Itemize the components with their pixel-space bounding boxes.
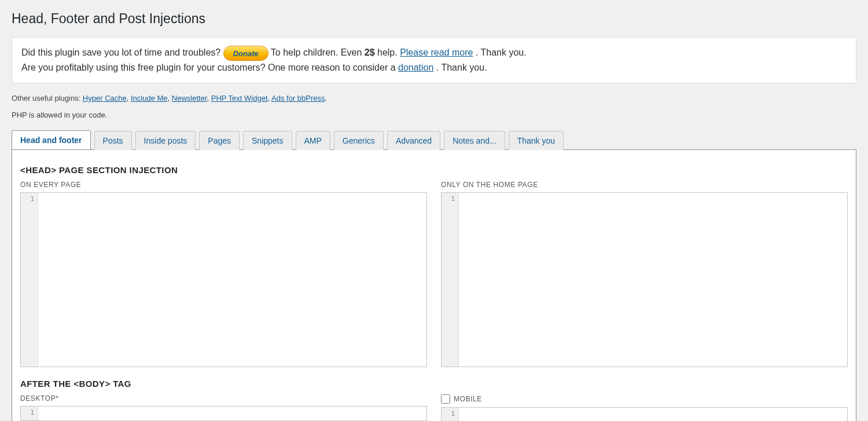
donate-notice: Did this plugin save you lot of time and… xyxy=(12,37,856,83)
tab-panel-head-footer: <HEAD> PAGE SECTION INJECTION ON EVERY P… xyxy=(12,150,856,421)
head-home-page-label: ONLY ON THE HOME PAGE xyxy=(441,181,848,189)
editor-gutter: 1 xyxy=(21,193,38,367)
tab-inside-posts[interactable]: Inside posts xyxy=(135,131,196,150)
notice-q2a: Are you profitably using this free plugi… xyxy=(21,63,398,72)
body-desktop-editor[interactable]: 1 xyxy=(20,406,427,421)
body-desktop-code[interactable] xyxy=(38,407,426,420)
donation-link[interactable]: donation xyxy=(398,63,433,72)
plugin-link[interactable]: Include Me xyxy=(131,94,168,102)
body-mobile-checkbox[interactable] xyxy=(441,394,450,404)
body-mobile-label: MOBILE xyxy=(454,395,482,403)
read-more-link[interactable]: Please read more xyxy=(400,47,473,57)
page-wrap: Head, Footer and Post Injections Did thi… xyxy=(0,0,868,421)
tab-bar: Head and footer Posts Inside posts Pages… xyxy=(12,130,856,150)
notice-thanks: . Thank you. xyxy=(476,47,527,57)
body-mobile-code[interactable] xyxy=(459,408,847,421)
body-mobile-col: MOBILE 1 xyxy=(441,394,848,421)
tab-pages[interactable]: Pages xyxy=(199,131,240,150)
section-after-body: AFTER THE <BODY> TAG xyxy=(20,379,848,389)
php-allowed-note: PHP is allowed in your code. xyxy=(12,111,856,119)
head-every-page-code[interactable] xyxy=(38,193,426,367)
plugin-link[interactable]: Ads for bbPress xyxy=(271,94,325,102)
body-desktop-label: DESKTOP* xyxy=(20,394,427,402)
head-home-page-code[interactable] xyxy=(459,193,847,367)
plugin-link[interactable]: PHP Text Widget xyxy=(211,94,268,102)
editor-gutter: 1 xyxy=(442,408,459,421)
notice-line-2: Are you profitably using this free plugi… xyxy=(21,61,847,75)
notice-q2b: . Thank you. xyxy=(436,63,487,72)
editor-gutter: 1 xyxy=(442,193,459,367)
notice-line-1: Did this plugin save you lot of time and… xyxy=(21,46,847,61)
plugin-link[interactable]: Newsletter xyxy=(172,94,207,102)
notice-help: To help children. Even xyxy=(271,47,365,57)
tab-amp[interactable]: AMP xyxy=(296,131,330,150)
tab-notes[interactable]: Notes and... xyxy=(444,131,505,150)
other-plugins-prefix: Other useful plugins: xyxy=(12,94,83,102)
tab-generics[interactable]: Generics xyxy=(334,131,384,150)
tab-advanced[interactable]: Advanced xyxy=(387,131,440,150)
plugin-link[interactable]: Hyper Cache xyxy=(83,94,127,102)
notice-amount: 2$ xyxy=(365,47,375,57)
notice-q1: Did this plugin save you lot of time and… xyxy=(21,47,223,57)
body-editors-row: DESKTOP* 1 MOBILE 1 xyxy=(20,394,848,421)
head-every-page-editor[interactable]: 1 xyxy=(20,192,427,367)
donate-button[interactable]: Donate xyxy=(223,46,269,61)
notice-help2: help. xyxy=(377,47,400,57)
page-title: Head, Footer and Post Injections xyxy=(12,6,856,29)
head-editors-row: ON EVERY PAGE 1 ONLY ON THE HOME PAGE 1 xyxy=(20,181,848,367)
tab-snippets[interactable]: Snippets xyxy=(243,131,292,150)
tab-posts[interactable]: Posts xyxy=(94,131,132,150)
body-desktop-col: DESKTOP* 1 xyxy=(20,394,427,421)
body-mobile-label-row: MOBILE xyxy=(441,394,848,404)
head-home-page-col: ONLY ON THE HOME PAGE 1 xyxy=(441,181,848,367)
tab-head-footer[interactable]: Head and footer xyxy=(12,130,91,150)
section-head-injection: <HEAD> PAGE SECTION INJECTION xyxy=(20,165,848,175)
body-mobile-editor[interactable]: 1 xyxy=(441,407,848,421)
head-home-page-editor[interactable]: 1 xyxy=(441,192,848,367)
editor-gutter: 1 xyxy=(21,407,38,420)
tab-thank-you[interactable]: Thank you xyxy=(509,131,564,150)
head-every-page-label: ON EVERY PAGE xyxy=(20,181,427,189)
head-every-page-col: ON EVERY PAGE 1 xyxy=(20,181,427,367)
other-plugins: Other useful plugins: Hyper Cache, Inclu… xyxy=(12,94,856,102)
